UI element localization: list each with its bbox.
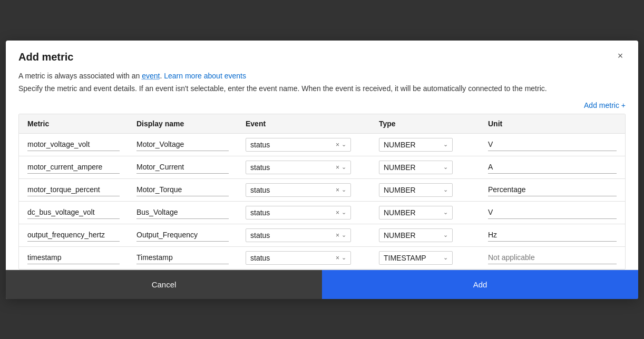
event-select[interactable]: status × ⌄	[246, 206, 351, 220]
event-select[interactable]: status × ⌄	[246, 228, 351, 242]
event-chevron-icon: ⌄	[341, 209, 346, 216]
event-clear-icon[interactable]: ×	[336, 164, 339, 171]
table-header: Metric Display name Event Type Unit	[19, 114, 625, 134]
display-name-input[interactable]	[136, 183, 229, 196]
event-select[interactable]: status × ⌄	[246, 161, 351, 174]
event-value: status	[250, 141, 336, 149]
type-value: NUMBER	[384, 163, 443, 172]
col-header-display: Display name	[128, 114, 237, 134]
display-name-input[interactable]	[136, 161, 229, 174]
metric-input[interactable]	[27, 251, 120, 264]
type-value: NUMBER	[384, 186, 443, 194]
metric-input[interactable]	[27, 138, 120, 151]
unit-input[interactable]	[488, 138, 617, 151]
metric-input[interactable]	[27, 161, 120, 174]
col-header-event: Event	[237, 114, 370, 134]
event-chevron-icon: ⌄	[341, 232, 346, 238]
event-select[interactable]: status × ⌄	[246, 183, 351, 197]
metric-input[interactable]	[27, 183, 120, 196]
close-button[interactable]: ×	[613, 49, 628, 64]
display-name-input[interactable]	[136, 228, 229, 242]
metrics-table-container: Metric Display name Event Type Unit stat…	[18, 114, 626, 270]
event-clear-icon[interactable]: ×	[336, 186, 339, 194]
dialog-title: Add metric	[18, 51, 626, 63]
metrics-table: Metric Display name Event Type Unit stat…	[19, 114, 625, 269]
dialog-header: Add metric ×	[6, 41, 638, 72]
event-clear-icon[interactable]: ×	[336, 209, 339, 216]
event-value: status	[250, 163, 336, 172]
display-name-input[interactable]	[136, 138, 229, 151]
event-link[interactable]: event	[142, 72, 160, 80]
type-select[interactable]: NUMBER ⌄	[379, 228, 453, 242]
event-chevron-icon: ⌄	[341, 186, 346, 193]
add-metric-dialog: Add metric × A metric is always associat…	[6, 41, 638, 299]
type-select[interactable]: NUMBER ⌄	[379, 183, 453, 197]
type-select[interactable]: NUMBER ⌄	[379, 206, 453, 220]
event-select[interactable]: status × ⌄	[246, 138, 351, 152]
unit-input[interactable]	[488, 206, 617, 219]
type-chevron-icon: ⌄	[443, 209, 448, 216]
type-value: TIMESTAMP	[384, 254, 443, 262]
dialog-overlay: Add metric × A metric is always associat…	[0, 0, 644, 339]
table-row: status × ⌄ NUMBER ⌄	[19, 201, 625, 224]
unit-input[interactable]	[488, 228, 617, 242]
description-line1: A metric is always associated with an ev…	[18, 72, 626, 80]
description-prefix: A metric is always associated with an	[18, 72, 142, 80]
description-line2: Specify the metric and event details. If…	[18, 84, 626, 93]
event-value: status	[250, 208, 336, 217]
table-row: status × ⌄ NUMBER ⌄	[19, 178, 625, 201]
type-chevron-icon: ⌄	[443, 232, 448, 238]
type-chevron-icon: ⌄	[443, 186, 448, 193]
unit-input[interactable]	[488, 161, 617, 174]
col-header-type: Type	[370, 114, 480, 134]
metric-input[interactable]	[27, 206, 120, 219]
close-icon: ×	[618, 51, 623, 62]
type-select[interactable]: NUMBER ⌄	[379, 138, 453, 152]
display-name-input[interactable]	[136, 206, 229, 219]
metric-input[interactable]	[27, 228, 120, 242]
unit-input	[488, 251, 617, 264]
table-row: status × ⌄ NUMBER ⌄	[19, 133, 625, 156]
table-row: status × ⌄ NUMBER ⌄	[19, 224, 625, 246]
type-select[interactable]: TIMESTAMP ⌄	[379, 251, 453, 265]
unit-input[interactable]	[488, 183, 617, 196]
dialog-footer: Cancel Add	[6, 270, 638, 299]
event-clear-icon[interactable]: ×	[336, 141, 339, 148]
type-chevron-icon: ⌄	[443, 141, 448, 148]
table-body: status × ⌄ NUMBER ⌄ status × ⌄ NUMBER ⌄ …	[19, 133, 625, 269]
event-chevron-icon: ⌄	[341, 141, 346, 148]
event-value: status	[250, 254, 336, 262]
type-value: NUMBER	[384, 208, 443, 217]
add-metric-plus-link[interactable]: Add metric +	[584, 101, 626, 109]
type-value: NUMBER	[384, 141, 443, 149]
col-header-unit: Unit	[480, 114, 625, 134]
event-select[interactable]: status × ⌄	[246, 251, 351, 265]
add-button[interactable]: Add	[322, 270, 638, 299]
event-chevron-icon: ⌄	[341, 254, 346, 261]
dialog-body: A metric is always associated with an ev…	[6, 72, 638, 270]
event-clear-icon[interactable]: ×	[336, 254, 339, 262]
event-value: status	[250, 186, 336, 194]
event-value: status	[250, 231, 336, 240]
cancel-button[interactable]: Cancel	[6, 270, 322, 299]
col-header-metric: Metric	[19, 114, 128, 134]
type-chevron-icon: ⌄	[443, 164, 448, 171]
event-clear-icon[interactable]: ×	[336, 232, 339, 239]
table-row: status × ⌄ TIMESTAMP ⌄	[19, 246, 625, 269]
type-chevron-icon: ⌄	[443, 254, 448, 261]
display-name-input[interactable]	[136, 251, 229, 264]
add-metric-link-container: Add metric +	[18, 101, 626, 109]
learn-more-link[interactable]: Learn more about events	[164, 72, 246, 80]
table-row: status × ⌄ NUMBER ⌄	[19, 156, 625, 178]
type-select[interactable]: NUMBER ⌄	[379, 161, 453, 174]
event-chevron-icon: ⌄	[341, 164, 346, 171]
type-value: NUMBER	[384, 231, 443, 240]
